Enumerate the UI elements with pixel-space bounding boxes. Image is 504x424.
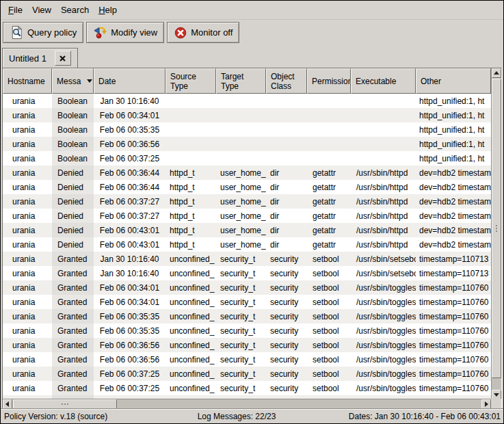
log-row[interactable]: uraniaDeniedFeb 06 00:36:44httpd_tuser_h… [3, 180, 491, 194]
cell-object-class [266, 122, 307, 137]
cell-message: Granted [52, 381, 94, 395]
column-header-label: Target Type [221, 72, 243, 91]
log-row[interactable]: uraniaBooleanJan 30 10:16:40httpd_unifie… [3, 94, 491, 108]
vertical-scroll-thumb[interactable] [492, 79, 501, 378]
log-row[interactable]: uraniaDeniedFeb 06 00:43:01httpd_tuser_h… [3, 237, 491, 252]
column-header-message[interactable]: Messa [52, 68, 94, 94]
cell-permission: setbool [307, 367, 351, 381]
column-header-source-type[interactable]: Source Type [165, 68, 216, 94]
cell-permission: setbool [307, 381, 351, 395]
column-header-object-class[interactable]: Object Class [266, 68, 307, 94]
cell-permission [307, 94, 351, 108]
log-row[interactable]: uraniaGrantedFeb 06 00:34:01unconfined_s… [3, 295, 491, 309]
cell-hostname: urania [3, 180, 52, 194]
seaudit-window: { "menubar": { "items": [ {"u": "F", "re… [0, 0, 504, 424]
horizontal-scrollbar[interactable] [3, 399, 491, 409]
cell-permission: setbool [307, 280, 351, 295]
horizontal-scroll-thumb[interactable] [13, 399, 117, 409]
cell-source-type: unconfined_ [165, 352, 216, 367]
log-row[interactable]: uraniaGrantedJan 30 10:16:40unconfined_s… [3, 266, 491, 280]
scroll-left-button[interactable] [3, 399, 12, 409]
cell-hostname: urania [3, 309, 52, 323]
log-row[interactable]: uraniaGrantedFeb 06 00:35:35unconfined_s… [3, 309, 491, 323]
cell-permission: setbool [307, 295, 351, 309]
log-row[interactable]: uraniaDeniedFeb 06 00:43:01httpd_tuser_h… [3, 223, 491, 237]
log-row[interactable]: uraniaGrantedFeb 06 00:37:25unconfined_s… [3, 367, 491, 381]
cell-date: Feb 06 00:37:27 [94, 194, 165, 209]
cell-executable: /usr/sbin/togglese [351, 338, 416, 352]
cell-object-class: security [266, 252, 307, 266]
column-header-hostname[interactable]: Hostname [3, 68, 52, 94]
column-header-date[interactable]: Date [94, 68, 165, 94]
cell-hostname: urania [3, 367, 52, 381]
tab-untitled-1[interactable]: Untitled 1 [2, 48, 78, 68]
log-row[interactable]: uraniaGrantedFeb 06 00:36:56unconfined_s… [3, 338, 491, 352]
log-row[interactable]: uraniaDeniedFeb 06 00:37:27httpd_tuser_h… [3, 209, 491, 223]
monitor-off-button[interactable]: Monitor off [167, 22, 239, 43]
menu-help[interactable]: Help [94, 3, 122, 17]
log-row[interactable]: uraniaDeniedFeb 06 00:36:44httpd_tuser_h… [3, 165, 491, 180]
cell-executable [351, 137, 416, 151]
column-header-executable[interactable]: Executable [351, 68, 416, 94]
cell-executable: /usr/sbin/togglese [351, 381, 416, 395]
cell-permission [307, 137, 351, 151]
column-header-target-type[interactable]: Target Type [216, 68, 266, 94]
modify-view-icon [93, 25, 107, 40]
cell-message: Granted [52, 323, 94, 338]
log-row[interactable]: uraniaGrantedFeb 06 00:34:01unconfined_s… [3, 280, 491, 295]
cell-other: httpd_unified:1, ht [416, 94, 491, 108]
cell-hostname: urania [3, 209, 52, 223]
tab-close-button[interactable] [55, 51, 71, 66]
cell-other: dev=hdb2 timestam [416, 223, 491, 237]
vertical-scrollbar[interactable] [491, 68, 501, 399]
cell-source-type: unconfined_ [165, 280, 216, 295]
thumb-grip [496, 228, 497, 229]
menu-view-label: View [32, 5, 51, 15]
cell-source-type: httpd_t [165, 194, 216, 209]
cell-other: timestamp=110760 [416, 352, 491, 367]
scroll-right-button[interactable] [481, 399, 491, 409]
cell-permission: getattr [307, 223, 351, 237]
cell-source-type: httpd_t [165, 180, 216, 194]
cell-executable: /usr/sbin/togglese [351, 309, 416, 323]
cell-executable: /usr/sbin/togglese [351, 323, 416, 338]
log-row[interactable]: uraniaBooleanFeb 06 00:35:35httpd_unifie… [3, 122, 491, 137]
log-row[interactable]: uraniaGrantedFeb 06 00:37:25unconfined_s… [3, 381, 491, 395]
log-row[interactable]: uraniaGrantedFeb 06 00:36:56unconfined_s… [3, 352, 491, 367]
log-row[interactable]: uraniaGrantedFeb 06 00:35:35unconfined_s… [3, 323, 491, 338]
cell-target-type [216, 122, 266, 137]
log-row[interactable]: uraniaBooleanFeb 06 00:36:56httpd_unifie… [3, 137, 491, 151]
log-row[interactable]: uraniaBooleanFeb 06 00:37:25httpd_unifie… [3, 151, 491, 165]
query-policy-button[interactable]: Query policy [3, 22, 83, 43]
scroll-down-button[interactable] [492, 390, 501, 399]
column-header-permission[interactable]: Permission [307, 68, 351, 94]
log-row[interactable]: uraniaBooleanFeb 06 00:34:01httpd_unifie… [3, 108, 491, 122]
cell-permission: getattr [307, 194, 351, 209]
cell-object-class [266, 151, 307, 165]
policy-version-status: Policy Version: v.18 (source) [1, 412, 107, 421]
cell-target-type: security_t [216, 252, 266, 266]
menu-search[interactable]: Search [56, 3, 94, 17]
modify-view-button[interactable]: Modify view [86, 22, 164, 43]
cell-message: Granted [52, 338, 94, 352]
cell-permission: getattr [307, 209, 351, 223]
column-header-label: Hostname [8, 77, 45, 86]
cell-object-class: security [266, 309, 307, 323]
menu-view[interactable]: View [27, 3, 56, 17]
cell-hostname: urania [3, 280, 52, 295]
cell-permission [307, 151, 351, 165]
cell-date: Feb 06 00:36:56 [94, 137, 165, 151]
column-header-other[interactable]: Other [416, 68, 491, 94]
cell-source-type: unconfined_ [165, 367, 216, 381]
scroll-up-button[interactable] [492, 68, 501, 78]
menu-file[interactable]: File [3, 3, 27, 17]
menu-file-mnemonic: F [8, 5, 14, 15]
log-row[interactable]: uraniaDeniedFeb 06 00:37:27httpd_tuser_h… [3, 194, 491, 209]
column-header-label: Messa [57, 77, 81, 86]
cell-other: timestamp=110760 [416, 280, 491, 295]
cell-other: dev=hdb2 timestam [416, 194, 491, 209]
cell-date: Feb 06 00:36:44 [94, 180, 165, 194]
log-row[interactable]: uraniaGrantedJan 30 10:16:40unconfined_s… [3, 252, 491, 266]
cell-date: Feb 06 00:37:27 [94, 209, 165, 223]
cell-other: timestamp=110760 [416, 295, 491, 309]
